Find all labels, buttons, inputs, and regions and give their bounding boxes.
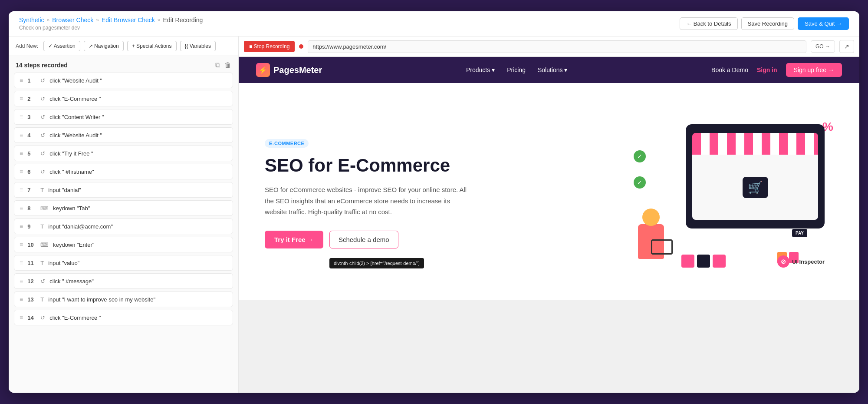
step-number: 4 — [27, 132, 36, 139]
drag-handle[interactable]: ≡ — [20, 168, 23, 175]
step-number: 14 — [27, 315, 36, 321]
signup-button[interactable]: Sign up free → — [786, 63, 842, 77]
step-item[interactable]: ≡ 13 T input "I want to improve seo in m… — [14, 291, 233, 307]
step-number: 2 — [27, 96, 36, 102]
drag-handle[interactable]: ≡ — [20, 296, 23, 303]
step-type-icon: ↺ — [40, 96, 45, 102]
step-type-icon: ↺ — [40, 77, 45, 84]
hero-btns-row: Try it Free → Schedule a demo div:nth-ch… — [265, 231, 398, 248]
delete-icon[interactable]: 🗑 — [224, 61, 231, 69]
hero-section: E-COMMERCE SEO for E-Commerce SEO for eC… — [239, 83, 859, 300]
url-bar[interactable] — [308, 40, 806, 53]
step-item[interactable]: ≡ 1 ↺ click "Website Audit " — [14, 73, 233, 88]
nav-pricing[interactable]: Pricing — [507, 66, 526, 73]
person-body — [638, 224, 664, 259]
sep2: » — [96, 17, 99, 23]
step-item[interactable]: ≡ 12 ↺ click " #message" — [14, 273, 233, 289]
laptop-screen: 🛒 — [692, 133, 818, 220]
step-item[interactable]: ≡ 11 T input "valuo" — [14, 255, 233, 271]
save-recording-button[interactable]: Save Recording — [741, 17, 795, 30]
hero-buttons: Try it Free → Schedule a demo div:nth-ch… — [265, 231, 473, 248]
person-cart — [651, 239, 673, 255]
drag-handle[interactable]: ≡ — [20, 150, 23, 157]
drag-handle[interactable]: ≡ — [20, 314, 23, 321]
step-number: 10 — [27, 242, 36, 248]
shop-body: 🛒 — [692, 155, 818, 220]
step-text: click "E-Commerce " — [49, 96, 227, 102]
drag-handle[interactable]: ≡ — [20, 223, 23, 230]
breadcrumb-browser-check[interactable]: Browser Check — [52, 17, 93, 23]
step-item[interactable]: ≡ 7 T input "danial" — [14, 182, 233, 198]
step-number: 7 — [27, 187, 36, 193]
step-item[interactable]: ≡ 9 T input "danial@acme.com" — [14, 219, 233, 234]
sign-in-link[interactable]: Sign in — [757, 66, 777, 73]
step-item[interactable]: ≡ 2 ↺ click "E-Commerce " — [14, 91, 233, 106]
breadcrumb-edit-browser-check[interactable]: Edit Browser Check — [102, 17, 155, 23]
navigation-button[interactable]: ↗ Navigation — [84, 41, 124, 51]
step-type-icon: ⌨ — [40, 205, 49, 212]
step-item[interactable]: ≡ 14 ↺ click "E-Commerce " — [14, 310, 233, 325]
variables-button[interactable]: {{ Variables — [180, 41, 216, 51]
steps-header: 14 steps recorded ⧉ 🗑 — [9, 56, 238, 73]
hero-title: SEO for E-Commerce — [265, 155, 473, 176]
right-panel: ■ Stop Recording GO → ↗ ⚡ PagesMeter Pro… — [239, 36, 859, 393]
check-icon-2: ✓ — [634, 176, 646, 189]
drag-handle[interactable]: ≡ — [20, 186, 23, 193]
assertion-button[interactable]: ✓ Assertion — [43, 41, 80, 51]
step-item[interactable]: ≡ 8 ⌨ keydown "Tab" — [14, 200, 233, 216]
save-quit-button[interactable]: Save & Quit → — [798, 17, 849, 30]
step-item[interactable]: ≡ 5 ↺ click "Try it Free " — [14, 146, 233, 161]
step-text: input "I want to improve seo in my websi… — [48, 296, 227, 303]
breadcrumb-current: Edit Recording — [163, 17, 203, 23]
ui-inspector-icon: ⊘ — [777, 255, 789, 268]
site-nav-links: Products ▾ Pricing Solutions ▾ — [466, 66, 567, 73]
sep3: » — [158, 17, 161, 23]
hero-description: SEO for eCommerce websites - improve SEO… — [265, 184, 473, 218]
step-item[interactable]: ≡ 3 ↺ click "Content Writer " — [14, 109, 233, 125]
step-text: input "danial@acme.com" — [48, 223, 227, 230]
site-logo: ⚡ PagesMeter — [256, 63, 322, 77]
step-item[interactable]: ≡ 10 ⌨ keydown "Enter" — [14, 237, 233, 252]
gift-boxes — [681, 255, 726, 268]
step-number: 3 — [27, 114, 36, 120]
step-text: click " #firstname" — [49, 169, 227, 175]
gift-2 — [697, 255, 710, 268]
drag-handle[interactable]: ≡ — [20, 113, 23, 120]
go-button[interactable]: GO → — [811, 40, 835, 53]
try-it-free-button[interactable]: Try it Free → — [265, 231, 323, 248]
step-number: 13 — [27, 296, 36, 303]
step-type-icon: ↺ — [40, 132, 45, 139]
step-type-icon: T — [40, 223, 44, 230]
step-number: 11 — [27, 260, 36, 266]
drag-handle[interactable]: ≡ — [20, 259, 23, 266]
book-demo-link[interactable]: Book a Demo — [711, 66, 748, 73]
hero-right: % 🛒 ✓ ✓ — [473, 116, 833, 272]
record-dot — [299, 44, 303, 49]
step-type-icon: ↺ — [40, 150, 45, 157]
drag-handle[interactable]: ≡ — [20, 278, 23, 285]
drag-handle[interactable]: ≡ — [20, 205, 23, 212]
drag-handle[interactable]: ≡ — [20, 241, 23, 248]
breadcrumb-synthetic[interactable]: Synthetic — [19, 17, 44, 23]
step-text: input "danial" — [48, 187, 227, 193]
copy-icon[interactable]: ⧉ — [215, 61, 220, 69]
drag-handle[interactable]: ≡ — [20, 95, 23, 102]
drag-handle[interactable]: ≡ — [20, 132, 23, 139]
step-item[interactable]: ≡ 6 ↺ click " #firstname" — [14, 164, 233, 179]
special-actions-button[interactable]: + Special Actions — [127, 41, 177, 51]
nav-products[interactable]: Products ▾ — [466, 66, 495, 73]
hero-left: E-COMMERCE SEO for E-Commerce SEO for eC… — [265, 139, 473, 248]
css-selector-tooltip: div:nth-child(2) > [href="/request-demo/… — [329, 258, 424, 268]
gift-3 — [713, 255, 726, 268]
schedule-btn-wrapper: Schedule a demo div:nth-child(2) > [href… — [329, 231, 398, 248]
nav-solutions[interactable]: Solutions ▾ — [538, 66, 567, 73]
ui-inspector-label: UI Inspector — [792, 258, 825, 265]
drag-handle[interactable]: ≡ — [20, 77, 23, 84]
step-number: 8 — [27, 205, 36, 212]
step-item[interactable]: ≡ 4 ↺ click "Website Audit " — [14, 127, 233, 143]
external-link-button[interactable]: ↗ — [839, 40, 854, 53]
gift-1 — [681, 255, 694, 268]
back-to-details-button[interactable]: ← Back to Details — [680, 17, 737, 30]
stop-recording-button[interactable]: ■ Stop Recording — [244, 41, 295, 52]
schedule-demo-button[interactable]: Schedule a demo — [329, 231, 398, 248]
